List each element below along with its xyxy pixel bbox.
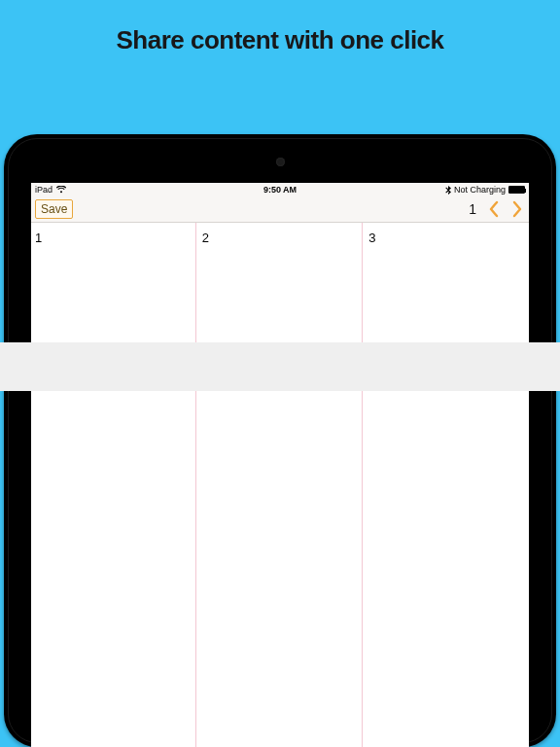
save-button[interactable]: Save bbox=[35, 199, 73, 219]
column-label: 2 bbox=[202, 231, 209, 245]
column-label: 1 bbox=[35, 231, 42, 245]
highlight-band bbox=[0, 342, 560, 391]
clock: 9:50 AM bbox=[31, 185, 529, 195]
next-page-button[interactable] bbox=[511, 200, 523, 218]
page-number: 1 bbox=[469, 201, 476, 217]
device-frame: iPad 9:50 AM Not Charging Save 1 bbox=[4, 134, 556, 747]
column[interactable]: 2 bbox=[196, 223, 364, 747]
columns-area[interactable]: 1 2 3 bbox=[31, 223, 529, 747]
toolbar: Save 1 bbox=[31, 196, 529, 223]
column[interactable]: 3 bbox=[363, 223, 529, 747]
prev-page-button[interactable] bbox=[488, 200, 500, 218]
column-label: 3 bbox=[368, 231, 375, 245]
status-bar: iPad 9:50 AM Not Charging bbox=[31, 183, 529, 196]
marketing-headline: Share content with one click bbox=[0, 0, 560, 55]
device-screen: iPad 9:50 AM Not Charging Save 1 bbox=[31, 183, 529, 747]
chevron-left-icon bbox=[488, 200, 500, 218]
chevron-right-icon bbox=[511, 200, 523, 218]
column[interactable]: 1 bbox=[31, 223, 196, 747]
battery-icon bbox=[508, 186, 525, 194]
